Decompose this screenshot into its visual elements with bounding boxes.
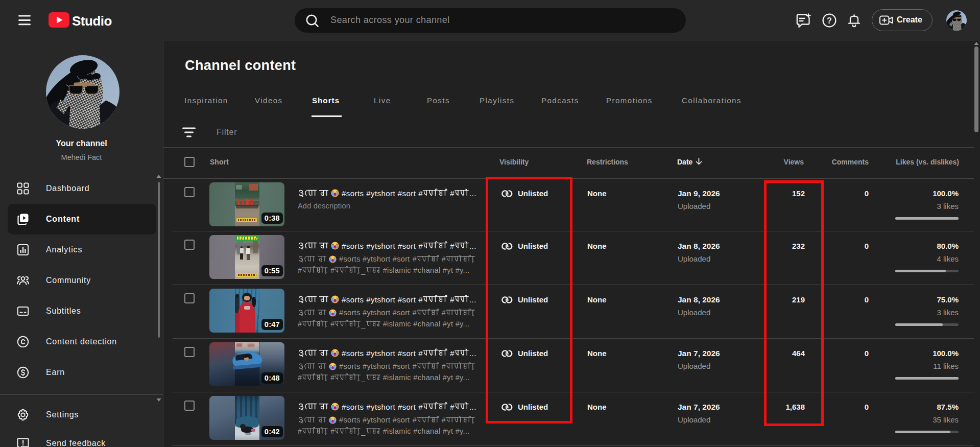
svg-text:?: ? xyxy=(827,16,832,25)
